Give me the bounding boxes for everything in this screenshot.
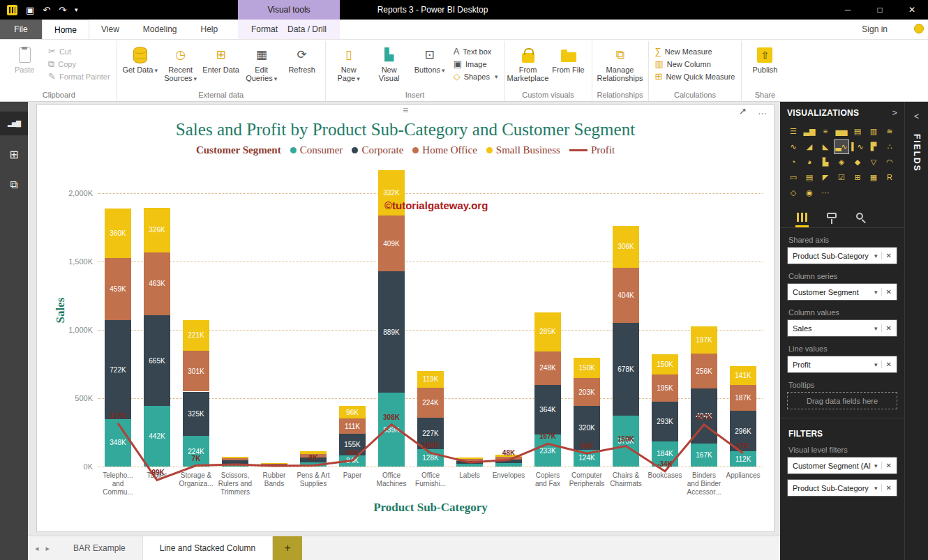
ribbon-chart-icon[interactable]: ≋ <box>882 124 897 139</box>
get-data-button[interactable]: Get Data▾ <box>121 43 160 77</box>
paste-button[interactable]: Paste <box>5 43 44 76</box>
data-view-button[interactable]: ⊞ <box>0 142 28 166</box>
new-quick-measure-button[interactable]: ⊞New Quick Measure <box>652 71 738 82</box>
bar-segment-home-office[interactable] <box>495 457 522 460</box>
new-page-button[interactable]: ▯ New Page▾ <box>329 43 368 85</box>
expand-fields-icon[interactable]: < <box>914 112 919 121</box>
bar-segment-home-office[interactable]: 404K <box>613 268 639 323</box>
field-caret-icon[interactable]: ▾ <box>874 289 878 296</box>
stacked-column-chart-icon[interactable]: ▃▆ <box>802 124 817 139</box>
add-page-button[interactable]: + <box>273 536 302 560</box>
bar-segment-small-business[interactable]: 285K <box>534 312 561 351</box>
model-view-button[interactable]: ⧉ <box>0 173 28 197</box>
bar-segment-home-office[interactable]: 463K <box>144 252 170 316</box>
bar-segment-consumer[interactable]: 348K <box>105 419 131 467</box>
more-options-icon[interactable]: … <box>758 107 767 116</box>
bar-segment-small-business[interactable]: 360K <box>105 209 131 258</box>
copy-button[interactable]: ⧉Copy <box>45 59 113 69</box>
bar-segment-consumer[interactable] <box>495 463 522 467</box>
bar-segment-small-business[interactable]: 119K <box>417 371 444 387</box>
bar-segment-consumer[interactable]: 442K <box>144 406 170 467</box>
remove-field-icon[interactable]: ✕ <box>881 462 892 469</box>
remove-field-icon[interactable]: ✕ <box>881 361 892 368</box>
line-and-clustered-column-chart-icon[interactable]: ▍∿ <box>850 139 865 154</box>
legend-item-consumer[interactable]: Consumer <box>290 144 343 156</box>
more-visuals-icon[interactable]: ⋯ <box>818 186 833 200</box>
multi-row-card-icon[interactable]: ▤ <box>802 170 817 185</box>
column-values-field[interactable]: Sales ▾ ✕ <box>787 319 897 337</box>
clustered-bar-chart-icon[interactable]: ≡ <box>818 124 833 139</box>
bar-segment-home-office[interactable]: 459K <box>105 258 131 321</box>
shape-map-icon[interactable]: ◇ <box>786 186 801 200</box>
bar-segment-home-office[interactable]: 195K <box>652 374 678 401</box>
legend-item-corporate[interactable]: Corporate <box>352 144 403 156</box>
column-series-field[interactable]: Customer Segment ▾ ✕ <box>787 283 897 301</box>
bar-segment-home-office[interactable]: 301K <box>183 351 209 392</box>
remove-field-icon[interactable]: ✕ <box>881 252 892 259</box>
bar-segment-home-office[interactable]: 248K <box>534 351 561 386</box>
bar-segment-small-business[interactable]: 306K <box>613 226 639 268</box>
page-nav-left-icon[interactable]: ◂ <box>35 544 39 553</box>
tab-data-drill[interactable]: Data / Drill <box>287 24 327 34</box>
bar-segment-small-business[interactable]: 141K <box>730 366 756 386</box>
new-column-button[interactable]: ▥New Column <box>652 59 738 69</box>
arcgis-map-icon[interactable]: ◉ <box>802 186 817 200</box>
undo-icon[interactable]: ↶ <box>43 6 50 15</box>
bar-segment-small-business[interactable]: 96K <box>339 406 366 419</box>
table-icon[interactable]: ⊞ <box>850 170 865 185</box>
bar-segment-consumer[interactable]: 124K <box>574 450 600 467</box>
pie-chart-icon[interactable]: ◔ <box>786 155 801 169</box>
maximize-button[interactable]: □ <box>864 0 896 20</box>
slicer-icon[interactable]: ☑ <box>834 170 849 185</box>
100-stacked-bar-chart-icon[interactable]: ▤ <box>850 124 865 139</box>
stacked-bar-chart-icon[interactable]: ☰ <box>786 124 801 139</box>
bar-segment-small-business[interactable]: 197K <box>691 326 717 354</box>
buttons-button[interactable]: ⊡ Buttons▾ <box>410 43 449 77</box>
100-stacked-column-chart-icon[interactable]: ▥ <box>866 124 881 139</box>
refresh-button[interactable]: ⟳ Refresh <box>283 43 322 76</box>
bar-segment-corporate[interactable]: 665K <box>144 315 170 406</box>
line-and-stacked-column-chart-icon[interactable]: ▃∿ <box>834 139 849 154</box>
enter-data-button[interactable]: ⊞ Enter Data <box>202 43 241 76</box>
funnel-icon[interactable]: ▽ <box>866 155 881 169</box>
legend-item-home-office[interactable]: Home Office <box>412 144 477 156</box>
cut-button[interactable]: ✂Cut <box>45 46 113 56</box>
tab-view[interactable]: View <box>89 20 131 39</box>
close-button[interactable]: ✕ <box>896 0 928 20</box>
bar-segment-consumer[interactable]: 112K <box>730 451 756 467</box>
tab-help[interactable]: Help <box>189 20 230 39</box>
bar-segment-corporate[interactable]: 889K <box>378 271 405 393</box>
save-icon[interactable]: ▣ <box>26 6 34 15</box>
publish-button[interactable]: ⇧ Publish <box>745 43 784 76</box>
report-page[interactable]: ≡ ↗ … Sales and Profit by Product Sub-Ca… <box>36 104 774 532</box>
bar-segment-corporate[interactable] <box>261 464 287 466</box>
legend-item-small-business[interactable]: Small Business <box>486 144 560 156</box>
r-script-visual-icon[interactable]: R <box>882 170 897 185</box>
recent-sources-button[interactable]: ◷ Recent Sources▾ <box>161 43 200 85</box>
bar-segment-consumer[interactable]: 128K <box>417 449 444 467</box>
fields-tab[interactable] <box>795 210 809 227</box>
shapes-button[interactable]: ◇Shapes▾ <box>451 71 501 82</box>
from-file-button[interactable]: From File <box>549 43 588 76</box>
field-caret-icon[interactable]: ▾ <box>874 361 878 368</box>
remove-field-icon[interactable]: ✕ <box>881 484 892 492</box>
donut-chart-icon[interactable]: ◕ <box>802 155 817 169</box>
manage-relationships-button[interactable]: ⧉ Manage Relationships <box>596 43 645 84</box>
collapse-panel-icon[interactable]: > <box>892 108 897 118</box>
stacked-area-chart-icon[interactable]: ◣ <box>818 139 833 154</box>
map-icon[interactable]: ◈ <box>834 155 849 169</box>
legend-item-profit[interactable]: Profit <box>569 144 615 156</box>
bar-segment-corporate[interactable]: 722K <box>105 320 131 418</box>
gauge-icon[interactable]: ◠ <box>882 155 897 169</box>
bar-segment-consumer[interactable] <box>222 464 248 467</box>
bar-segment-consumer[interactable] <box>456 464 483 467</box>
bar-segment-small-business[interactable]: 326K <box>144 208 170 252</box>
bar-segment-home-office[interactable]: 224K <box>417 388 444 418</box>
minimize-button[interactable]: ─ <box>832 0 864 20</box>
tab-file[interactable]: File <box>0 20 42 39</box>
line-chart-icon[interactable]: ∿ <box>786 139 801 154</box>
page-nav-right-icon[interactable]: ▸ <box>46 544 50 553</box>
filled-map-icon[interactable]: ◆ <box>850 155 865 169</box>
new-measure-button[interactable]: ∑New Measure <box>652 46 738 56</box>
line-values-field[interactable]: Profit ▾ ✕ <box>787 356 897 373</box>
